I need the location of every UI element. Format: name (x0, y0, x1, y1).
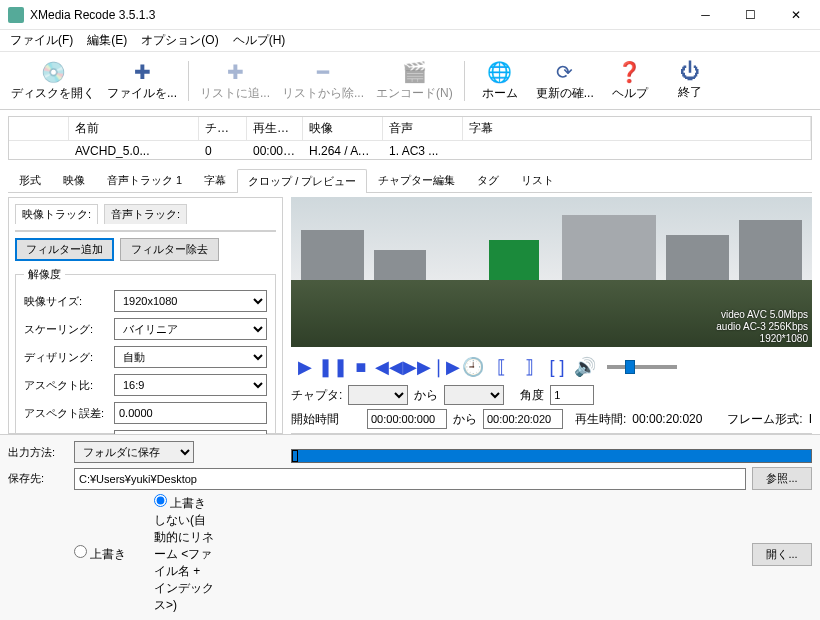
check-update-button[interactable]: ⟳更新の確... (531, 55, 599, 107)
home-button[interactable]: 🌐ホーム (471, 55, 529, 107)
output-path-input[interactable] (74, 468, 746, 490)
tab-list[interactable]: リスト (510, 168, 565, 192)
globe-icon: 🌐 (487, 60, 512, 84)
aspect-error-input[interactable] (114, 402, 267, 424)
main-tabs: 形式 映像 音声トラック 1 字幕 クロップ / プレビュー チャプター編集 タ… (8, 168, 812, 193)
video-track-tab[interactable]: 映像トラック: (15, 204, 98, 224)
file-row[interactable]: AVCHD_5.0... 0 00:00:20 H.264 / AVC ... … (9, 141, 811, 160)
add-to-list-button[interactable]: ✚リストに追... (195, 55, 275, 107)
exit-button[interactable]: ⏻終了 (661, 55, 719, 107)
window-title: XMedia Recode 3.5.1.3 (30, 8, 683, 22)
col-name[interactable]: 名前 (69, 117, 199, 140)
filter-remove-button[interactable]: フィルター除去 (120, 238, 219, 261)
resolution-legend: 解像度 (24, 267, 65, 282)
stop-button[interactable]: ■ (349, 355, 373, 379)
col-audio[interactable]: 音声 (383, 117, 463, 140)
refresh-icon: ⟳ (556, 60, 573, 84)
menu-edit[interactable]: 編集(E) (81, 30, 133, 51)
encode-icon: 🎬 (402, 60, 427, 84)
col-video[interactable]: 映像 (303, 117, 383, 140)
col-runtime[interactable]: 再生時間 (247, 117, 303, 140)
start-time-input[interactable] (367, 409, 447, 429)
track-table[interactable]: ソース ストリーム AVCHD_5.0... H.264 / AV... 1. … (15, 230, 276, 232)
col-blank[interactable] (9, 117, 69, 140)
chapter-from-select[interactable] (348, 385, 408, 405)
filter-add-button[interactable]: フィルター追加 (15, 238, 114, 261)
aspect-select[interactable]: 16:9 (114, 374, 267, 396)
list-remove-icon: ━ (317, 60, 329, 84)
menu-help[interactable]: ヘルプ(H) (227, 30, 292, 51)
encode-button: 🎬エンコード(N) (371, 55, 458, 107)
tab-audio1[interactable]: 音声トラック 1 (96, 168, 193, 192)
next-frame-button[interactable]: ▶▶ (405, 355, 429, 379)
video-size-select[interactable]: 1920x1080 (114, 290, 267, 312)
file-list[interactable]: 名前 チャプター 再生時間 映像 音声 字幕 AVCHD_5.0... 0 00… (8, 116, 812, 160)
no-overwrite-radio[interactable]: 上書きしない(自動的にリネーム <ファイル名 + インデックス>) (154, 494, 214, 614)
open-disc-button[interactable]: 💿ディスクを開く (6, 55, 100, 107)
range-button[interactable]: [ ] (545, 355, 569, 379)
pause-button[interactable]: ❚❚ (321, 355, 345, 379)
preview-overlay-text: video AVC 5.0Mbps audio AC-3 256Kbps 192… (716, 309, 808, 345)
disc-icon: 💿 (41, 60, 66, 84)
app-icon (8, 7, 24, 23)
col-source[interactable]: ソース (76, 231, 146, 232)
end-time-input[interactable] (483, 409, 563, 429)
tab-chapter-edit[interactable]: チャプター編集 (367, 168, 466, 192)
video-preview[interactable]: video AVC 5.0Mbps audio AC-3 256Kbps 192… (291, 197, 812, 347)
file-plus-icon: ✚ (134, 60, 151, 84)
scaling-select[interactable]: バイリニア (114, 318, 267, 340)
angle-input[interactable] (550, 385, 594, 405)
time-button[interactable]: 🕘 (461, 355, 485, 379)
volume-button[interactable]: 🔊 (573, 355, 597, 379)
timeline-track[interactable] (291, 449, 812, 463)
minimize-button[interactable]: ─ (683, 1, 728, 29)
tab-crop-preview[interactable]: クロップ / プレビュー (237, 169, 367, 193)
col-stream[interactable]: ストリーム (146, 231, 226, 232)
maximize-button[interactable]: ☐ (728, 1, 773, 29)
dithering-select[interactable]: 自動 (114, 346, 267, 368)
list-add-icon: ✚ (227, 60, 244, 84)
remove-from-list-button: ━リストから除... (277, 55, 369, 107)
open-file-button[interactable]: ✚ファイルを... (102, 55, 182, 107)
audio-track-tab[interactable]: 音声トラック: (104, 204, 187, 224)
menu-option[interactable]: オプション(O) (135, 30, 224, 51)
close-button[interactable]: ✕ (773, 1, 818, 29)
open-button[interactable]: 開く... (752, 543, 812, 566)
frame-type-value: I (809, 412, 812, 426)
power-icon: ⏻ (680, 60, 700, 83)
tab-video[interactable]: 映像 (52, 168, 96, 192)
browse-button[interactable]: 参照... (752, 467, 812, 490)
runtime-value: 00:00:20:020 (632, 412, 702, 426)
col-subtitle[interactable]: 字幕 (463, 117, 811, 140)
step-play-button[interactable]: ❘▶ (433, 355, 457, 379)
tab-subtitle[interactable]: 字幕 (193, 168, 237, 192)
help-icon: ❓ (617, 60, 642, 84)
chapter-to-select[interactable] (444, 385, 504, 405)
tab-format[interactable]: 形式 (8, 168, 52, 192)
col-chapter[interactable]: チャプター (199, 117, 247, 140)
prev-frame-button[interactable]: ◀◀ (377, 355, 401, 379)
range-start-button[interactable]: ⟦ (489, 355, 513, 379)
volume-slider[interactable] (607, 365, 677, 369)
menu-file[interactable]: ファイル(F) (4, 30, 79, 51)
help-button[interactable]: ❓ヘルプ (601, 55, 659, 107)
output-method-select[interactable]: フォルダに保存 (74, 441, 194, 463)
overwrite-radio[interactable]: 上書き (74, 545, 134, 563)
range-end-button[interactable]: ⟧ (517, 355, 541, 379)
play-button[interactable]: ▶ (293, 355, 317, 379)
tab-tag[interactable]: タグ (466, 168, 510, 192)
